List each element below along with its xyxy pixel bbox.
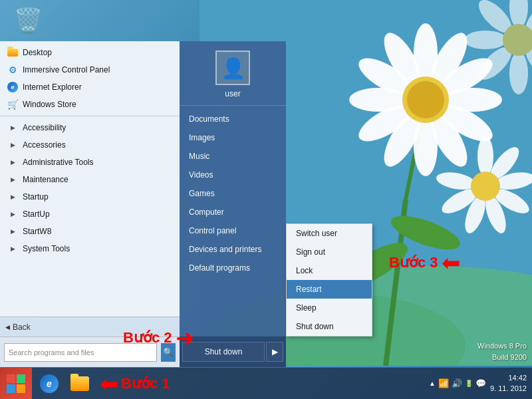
svg-point-20 [407,81,444,118]
menu-item-immersive-cp[interactable]: ⚙ Immersive Control Panel [0,61,180,78]
right-item-documents[interactable]: Documents [180,110,286,128]
menu-item-system-tools[interactable]: ▶ System Tools [0,240,180,257]
svg-point-36 [464,31,507,49]
startup-icon: ▶ [7,191,19,203]
admin-tools-icon: ▶ [7,156,19,168]
menu-item-desktop[interactable]: Desktop [0,44,180,61]
maintenance-icon: ▶ [7,174,19,186]
windows-logo-icon [7,374,25,393]
taskbar: e ⬅ Bước 1 ▲ 📶 🔊 🔋 💬 14:42 9. 11. 2012 [0,367,532,399]
shutdown-arrow-button[interactable]: ▶ [266,342,283,362]
username-label: user [225,89,240,98]
desktop: 🗑️ Windows 8 Pro Build 9200 Desktop [0,0,532,399]
clock-time: 14:42 [490,373,527,383]
menu-item-startw8[interactable]: ▶ StartW8 [0,223,180,240]
right-item-control-panel[interactable]: Control panel [180,221,286,240]
step1-annotation: ⬅ Bước 1 [100,370,170,397]
right-menu-items: Documents Images Music Videos Games Comp… [180,106,286,336]
start-menu-right: 👤 user Documents Images Music Videos [180,41,286,367]
clock-date: 9. 11. 2012 [490,384,527,394]
svg-point-34 [509,52,528,94]
accessibility-icon: ▶ [7,122,19,134]
menu-item-startup2[interactable]: ▶ StartUp [0,205,180,223]
start-button[interactable] [0,368,32,400]
taskbar-ie-icon: e [40,374,59,393]
step2-annotation: Bước 2 ➜ [123,325,194,351]
startup2-icon: ▶ [7,208,19,220]
step2-arrow-icon: ➜ [176,325,194,351]
menu-item-maintenance[interactable]: ▶ Maintenance [0,171,180,188]
step1-label: Bước 1 [121,375,170,392]
menu-item-windows-store[interactable]: 🛒 Windows Store [0,96,180,113]
taskbar-ie[interactable]: e [35,369,64,398]
step1-arrow-icon: ⬅ [100,370,118,397]
right-item-games[interactable]: Games [180,184,286,203]
taskbar-explorer[interactable] [65,369,94,398]
recycle-bin-icon: 🗑️ [13,7,43,35]
tray-battery-icon: 🔋 [465,380,473,387]
taskbar-right: ▲ 📶 🔊 🔋 💬 14:42 9. 11. 2012 [429,373,532,394]
submenu-switch-user[interactable]: Switch user [287,224,372,243]
right-item-default-programs[interactable]: Default programs [180,259,286,277]
user-avatar-icon: 👤 [221,57,245,80]
immersive-cp-icon: ⚙ [7,64,19,76]
svg-point-21 [477,136,493,176]
shutdown-area: Shut down ▶ [180,336,286,367]
ie-icon: e [7,81,19,93]
right-item-devices[interactable]: Devices and printers [180,240,286,259]
accessories-icon: ▶ [7,139,19,151]
menu-item-startup[interactable]: ▶ Startup [0,188,180,205]
shutdown-submenu: Switch user Sign out Lock Restart Sleep … [286,223,372,336]
step2-label: Bước 2 [123,329,172,346]
step3-annotation: Bước 3 ⬅ [389,249,460,276]
menu-item-admin-tools[interactable]: ▶ Administrative Tools [0,154,180,171]
right-item-videos[interactable]: Videos [180,166,286,184]
right-item-computer[interactable]: Computer [180,203,286,221]
taskbar-folder-icon [70,376,89,391]
back-arrow-icon: ◀ [5,324,10,331]
taskbar-items: e [32,368,97,400]
step3-arrow-icon: ⬅ [442,249,460,276]
windows-build-number: Build 9200 [477,352,527,363]
tray-volume-icon: 🔊 [452,378,462,388]
tray-notification-icon: 💬 [475,378,486,388]
submenu-lock[interactable]: Lock [287,261,372,280]
menu-separator-1 [0,116,180,116]
menu-item-accessibility[interactable]: ▶ Accessibility [0,119,180,136]
svg-point-29 [471,172,500,201]
user-section: 👤 user [180,41,286,106]
submenu-shut-down[interactable]: Shut down [287,317,372,336]
system-tools-icon: ▶ [7,243,19,255]
right-item-music[interactable]: Music [180,147,286,166]
windows-edition: Windows 8 Pro [477,340,527,352]
shutdown-button[interactable]: Shut down [182,342,265,362]
menu-item-accessories[interactable]: ▶ Accessories [0,136,180,154]
tray-up-arrow: ▲ [429,380,436,387]
start-menu: Desktop ⚙ Immersive Control Panel e Inte… [0,41,286,367]
startw8-icon: ▶ [7,225,19,237]
submenu-sign-out[interactable]: Sign out [287,243,372,261]
submenu-sleep[interactable]: Sleep [287,299,372,317]
user-avatar: 👤 [215,51,250,85]
right-item-images[interactable]: Images [180,128,286,147]
recycle-bin[interactable]: 🗑️ [13,7,43,35]
submenu-restart[interactable]: Restart [287,280,372,299]
windows-store-icon: 🛒 [7,98,19,110]
start-menu-left: Desktop ⚙ Immersive Control Panel e Inte… [0,41,180,367]
clock-area: 14:42 9. 11. 2012 [490,373,527,394]
windows-build-info: Windows 8 Pro Build 9200 [477,340,527,362]
tray-network-icon: 📶 [438,378,449,388]
menu-item-ie[interactable]: e Internet Explorer [0,78,180,96]
step3-label: Bước 3 [389,254,438,271]
back-button[interactable]: ◀ Back [0,317,36,336]
start-menu-items-list: Desktop ⚙ Immersive Control Panel e Inte… [0,41,180,317]
system-tray: ▲ 📶 🔊 🔋 💬 [429,378,486,388]
search-placeholder-text: Search programs and files [9,348,94,356]
desktop-icon [7,47,19,59]
